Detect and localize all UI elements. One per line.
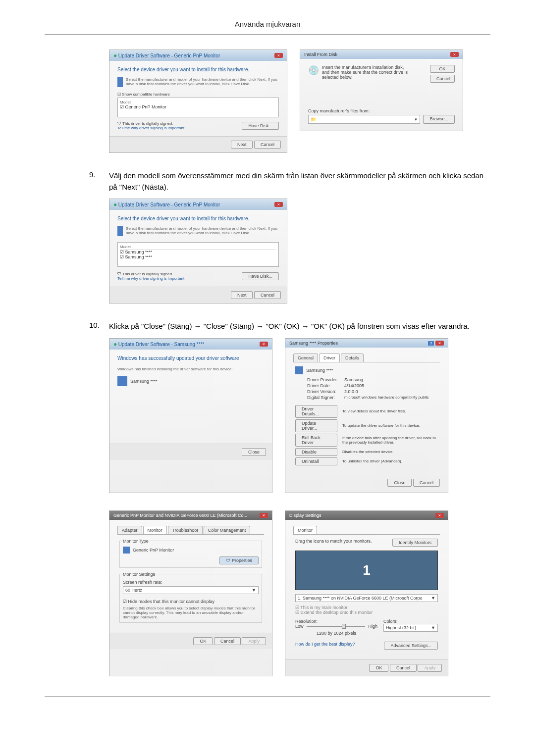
resolution-slider[interactable]: Low High <box>295 624 377 629</box>
close-icon[interactable]: ? × <box>428 341 444 346</box>
tab-troubleshoot[interactable]: Troubleshoot <box>168 526 203 534</box>
close-icon[interactable]: × <box>260 513 268 518</box>
title: ● Update Driver Software - Generic PnP M… <box>113 52 220 59</box>
dialog-heading: Select the device driver you want to ins… <box>117 216 279 221</box>
signing-link[interactable]: Tell me why driver signing is important <box>117 276 184 281</box>
main-monitor-checkbox: ☑ This is my main monitor <box>295 605 438 610</box>
dropdown-icon: ▼ <box>252 588 256 593</box>
title: ● Update Driver Software - Generic PnP M… <box>113 201 220 208</box>
dropdown-icon: ▼ <box>431 625 435 630</box>
close-icon[interactable]: × <box>274 53 283 58</box>
page-header: Använda mjukvaran <box>45 20 490 35</box>
model-item[interactable]: ☑ Samsung **** <box>120 250 276 254</box>
dropdown-icon[interactable]: ▼ <box>414 117 418 122</box>
hide-modes-checkbox[interactable]: ☑ Hide modes that this monitor cannot di… <box>123 599 259 604</box>
signed-text: 🛡 This driver is digitally signed. <box>117 272 184 276</box>
apply-button[interactable]: Apply <box>242 637 266 645</box>
step-number: 9. <box>89 170 109 193</box>
success-sub: Windows has finished installing the driv… <box>117 367 264 371</box>
ok-button[interactable]: OK <box>193 637 213 645</box>
update-driver-button[interactable]: Update Driver... <box>295 419 337 432</box>
next-button[interactable]: Next <box>231 141 253 149</box>
cancel-button[interactable]: Cancel <box>214 637 241 645</box>
device-icon <box>117 226 123 236</box>
disable-button[interactable]: Disable <box>295 448 337 456</box>
compat-checkbox-label[interactable]: Show compatible hardware <box>122 92 170 97</box>
apply-button[interactable]: Apply <box>418 664 442 672</box>
update-driver-dialog: ● Update Driver Software - Generic PnP M… <box>109 50 287 153</box>
monitor-properties-dialog: Generic PnP Monitor and NVIDIA GeForce 6… <box>109 510 272 676</box>
help-link[interactable]: How do I get the best display? <box>295 642 355 650</box>
device-icon <box>295 366 303 374</box>
colors-label: Colors: <box>383 619 438 624</box>
refresh-label: Screen refresh rate: <box>123 580 259 585</box>
resolution-label: Resolution: <box>295 619 377 624</box>
colors-dropdown[interactable]: Highest (32 bit)▼ <box>383 624 438 632</box>
display-settings-dialog: Display Settings × Monitor Drag the icon… <box>285 510 448 676</box>
dropdown-icon: ▼ <box>431 596 435 601</box>
dialog-heading: Select the device driver you want to ins… <box>117 67 279 72</box>
next-button[interactable]: Next <box>231 291 253 299</box>
folder-icon: 📁 <box>311 117 316 122</box>
step-text: Klicka på "Close" (Stäng) → "Close" (Stä… <box>109 321 470 332</box>
hide-modes-desc: Clearing this check box allows you to se… <box>123 606 259 619</box>
monitor-preview[interactable]: 1 <box>295 551 438 590</box>
tab-adapter[interactable]: Adapter <box>117 526 142 534</box>
have-disk-button[interactable]: Have Disk... <box>242 272 279 280</box>
close-icon[interactable]: × <box>260 342 268 347</box>
monitor-settings-group: Monitor Settings <box>123 572 155 577</box>
cancel-button[interactable]: Cancel <box>413 479 440 487</box>
close-icon[interactable]: × <box>274 202 283 207</box>
tab-general[interactable]: General <box>293 353 318 362</box>
model-item[interactable]: ☑ Generic PnP Monitor <box>120 104 276 109</box>
cancel-button[interactable]: Cancel <box>254 291 281 299</box>
title: Install From Disk <box>304 52 337 57</box>
model-item[interactable]: ☑ Samsung **** <box>120 254 276 259</box>
close-icon[interactable]: × <box>435 513 444 518</box>
tab-monitor[interactable]: Monitor <box>143 526 167 534</box>
copy-label: Copy manufacturer's files from: <box>308 108 455 113</box>
disk-icon: 💿 <box>308 65 319 83</box>
advanced-button[interactable]: Advanced Settings... <box>384 642 438 650</box>
model-label: Model <box>120 245 276 250</box>
ok-button[interactable]: OK <box>369 664 388 672</box>
success-dialog: ● Update Driver Software - Samsung **** … <box>109 338 272 493</box>
title: Display Settings <box>289 513 321 518</box>
close-icon[interactable]: × <box>450 52 459 57</box>
cancel-button[interactable]: Cancel <box>254 141 281 149</box>
close-button[interactable]: Close <box>387 479 412 487</box>
browse-button[interactable]: Browse... <box>423 115 455 124</box>
have-disk-button[interactable]: Have Disk... <box>242 122 279 130</box>
hint-text: Select the manufacturer and model of you… <box>126 77 279 87</box>
title: Samsung **** Properties <box>289 341 338 346</box>
device-icon <box>117 376 127 386</box>
identify-button[interactable]: Identify Monitors <box>392 539 438 547</box>
model-label: Model <box>120 100 276 104</box>
tab-color[interactable]: Color Management <box>204 526 251 534</box>
title: Generic PnP Monitor and NVIDIA GeForce 6… <box>113 513 247 518</box>
properties-dialog: Samsung **** Properties ? × General Driv… <box>285 338 448 493</box>
close-button[interactable]: Close <box>242 448 266 456</box>
rollback-button[interactable]: Roll Back Driver <box>295 434 337 447</box>
device-dropdown[interactable]: 1. Samsung **** on NVIDIA GeForce 6600 L… <box>295 594 438 602</box>
tab-monitor[interactable]: Monitor <box>293 526 317 534</box>
extend-checkbox: ☑ Extend the desktop onto this monitor <box>295 610 438 615</box>
uninstall-button[interactable]: Uninstall <box>295 457 337 465</box>
cancel-button[interactable]: Cancel <box>390 664 417 672</box>
install-disk-dialog: Install From Disk × 💿 Insert the manufac… <box>300 50 463 131</box>
instruction-text: Insert the manufacturer's installation d… <box>322 65 411 83</box>
properties-button[interactable]: 🛡 Properties <box>219 556 259 564</box>
monitor-type-val: Generic PnP Monitor <box>133 548 174 553</box>
driver-details-button[interactable]: Driver Details... <box>295 405 337 418</box>
signed-text: 🛡 This driver is digitally signed. <box>117 121 184 126</box>
update-driver-dialog-2: ● Update Driver Software - Generic PnP M… <box>109 199 287 303</box>
device-name: Samsung **** <box>130 379 158 384</box>
success-heading: Windows has successfully updated your dr… <box>117 355 264 361</box>
cancel-button[interactable]: Cancel <box>430 75 455 83</box>
ok-button[interactable]: OK <box>430 65 455 73</box>
tab-driver[interactable]: Driver <box>319 353 340 362</box>
path-input[interactable]: 📁 ▼ <box>308 115 420 124</box>
tab-details[interactable]: Details <box>341 353 364 362</box>
refresh-dropdown[interactable]: 60 Hertz▼ <box>123 586 259 594</box>
signing-link[interactable]: Tell me why driver signing is important <box>117 126 184 130</box>
